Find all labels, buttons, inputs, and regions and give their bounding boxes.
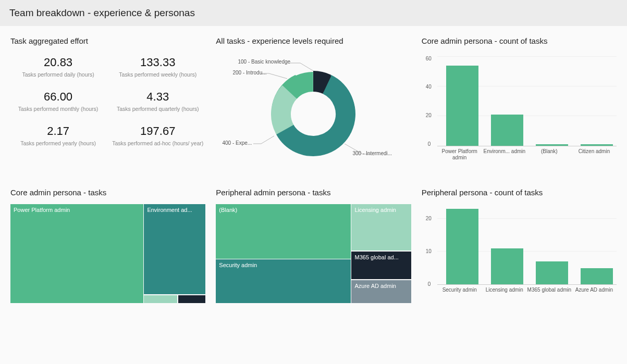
bar-environment[interactable] <box>491 115 523 146</box>
y-tick: 0 <box>428 281 431 287</box>
bar-cat: Security admin <box>437 284 482 293</box>
y-tick: 60 <box>426 56 432 61</box>
metric-value: 4.33 <box>110 90 205 104</box>
y-tick: 20 <box>426 112 432 118</box>
tile-core-tree[interactable]: Core admin persona - tasks Power Platfor… <box>10 188 205 313</box>
metric-label: Tasks performed daily (hours) <box>10 71 106 78</box>
donut-label-200: 200 - Introdu... <box>232 70 266 76</box>
core-bar-chart[interactable]: 60 40 20 0 Power Platform admin Environm… <box>422 53 617 172</box>
metric-value: 66.00 <box>10 90 106 104</box>
metric-value: 197.67 <box>110 124 205 138</box>
bar-cat: (Blank) <box>527 146 572 155</box>
tree-label: Licensing admin <box>354 207 396 213</box>
metric-daily: 20.83 Tasks performed daily (hours) <box>10 56 106 78</box>
bar-aad[interactable] <box>581 268 613 284</box>
donut-label-300: 300 - Intermedi... <box>352 150 392 156</box>
tree-ppa[interactable]: Power Platform admin <box>10 204 143 303</box>
y-tick: 20 <box>426 216 432 221</box>
bar-cat: Citizen admin <box>572 146 617 155</box>
tile-periph-tree-title: Peripheral admin persona - tasks <box>216 188 411 197</box>
tree-aad[interactable]: Azure AD admin <box>351 280 411 303</box>
metric-label: Tasks performed weekly (hours) <box>110 71 205 78</box>
dashboard-grid: Task aggregated effort 20.83 Tasks perfo… <box>0 26 627 324</box>
bar-plot-area: Security admin Licensing admin M365 glob… <box>437 208 617 285</box>
tree-label: Security admin <box>219 262 257 268</box>
tile-core-bar[interactable]: Core admin persona - count of tasks 60 4… <box>422 36 617 172</box>
tree-label: Azure AD admin <box>354 283 396 289</box>
donut-label-400: 400 - Expe... <box>222 140 252 146</box>
bar-m365[interactable] <box>536 261 568 284</box>
periph-bar-chart[interactable]: 20 10 0 Security admin Licensing admin M… <box>422 204 617 313</box>
y-tick: 40 <box>426 84 432 90</box>
metric-adhoc: 197.67 Tasks performed ad-hoc (hours/ ye… <box>110 124 205 146</box>
bar-licensing[interactable] <box>491 248 523 284</box>
y-tick: 0 <box>428 141 431 147</box>
bar-cat: M365 global admin <box>527 284 572 293</box>
bar-cat: Power Platform admin <box>437 146 482 161</box>
tile-periph-tree[interactable]: Peripheral admin persona - tasks (Blank)… <box>216 188 411 313</box>
tree-label: Power Platform admin <box>14 207 70 213</box>
bar-cat: Azure AD admin <box>572 284 617 293</box>
tree-label: (Blank) <box>219 207 237 213</box>
metrics-grid: 20.83 Tasks performed daily (hours) 133.… <box>10 53 205 146</box>
metric-yearly: 2.17 Tasks performed yearly (hours) <box>10 124 106 146</box>
tile-core-tree-title: Core admin persona - tasks <box>10 188 205 197</box>
metric-weekly: 133.33 Tasks performed weekly (hours) <box>110 56 205 78</box>
tile-periph-bar-title: Peripheral persona - count of tasks <box>422 188 617 197</box>
bar-power-platform[interactable] <box>446 66 478 146</box>
page-title: Team breakdown - experience & personas <box>0 0 627 26</box>
tile-core-bar-title: Core admin persona - count of tasks <box>422 36 617 45</box>
metric-monthly: 66.00 Tasks performed monthly (hours) <box>10 90 106 112</box>
tile-donut[interactable]: All tasks - experience levels required <box>216 36 411 172</box>
donut-label-100: 100 - Basic knowledge <box>238 59 290 65</box>
tree-m365[interactable]: M365 global ad... <box>351 252 411 279</box>
bar-plot-area: Power Platform admin Environm... admin (… <box>437 57 617 146</box>
svg-line-6 <box>269 73 287 79</box>
bar-cat: Licensing admin <box>482 284 527 293</box>
tree-blank[interactable]: (Blank) <box>216 204 350 259</box>
tile-effort-title: Task aggregated effort <box>10 36 205 45</box>
metric-label: Tasks performed yearly (hours) <box>10 140 106 146</box>
tile-periph-bar[interactable]: Peripheral persona - count of tasks 20 1… <box>422 188 617 313</box>
metric-value: 2.17 <box>10 124 106 138</box>
metric-label: Tasks performed quarterly (hours) <box>110 106 205 112</box>
periph-treemap[interactable]: (Blank) Security admin Licensing admin M… <box>216 204 411 303</box>
svg-line-4 <box>300 63 313 71</box>
tree-label: M365 global ad... <box>354 254 398 260</box>
donut-chart[interactable]: 100 - Basic knowledge 200 - Introdu... 4… <box>232 53 394 172</box>
metric-value: 20.83 <box>10 56 106 69</box>
tile-effort[interactable]: Task aggregated effort 20.83 Tasks perfo… <box>10 36 205 172</box>
tree-label: Environment ad... <box>147 207 192 213</box>
core-treemap[interactable]: Power Platform admin Environment ad... <box>10 204 205 303</box>
metric-label: Tasks performed ad-hoc (hours/ year) <box>110 140 205 146</box>
metric-quarterly: 4.33 Tasks performed quarterly (hours) <box>110 90 205 112</box>
bar-security[interactable] <box>446 209 478 284</box>
metric-label: Tasks performed monthly (hours) <box>10 106 106 112</box>
tree-small-a[interactable] <box>144 295 177 303</box>
tree-sec[interactable]: Security admin <box>216 259 350 303</box>
tile-donut-title: All tasks - experience levels required <box>216 36 411 45</box>
tree-env[interactable]: Environment ad... <box>144 204 205 294</box>
y-tick: 10 <box>426 248 432 254</box>
tree-small-b[interactable] <box>178 295 205 303</box>
metric-value: 133.33 <box>110 56 205 69</box>
svg-line-8 <box>261 136 274 144</box>
tree-lic[interactable]: Licensing admin <box>351 204 411 250</box>
bar-cat: Environm... admin <box>482 146 527 155</box>
